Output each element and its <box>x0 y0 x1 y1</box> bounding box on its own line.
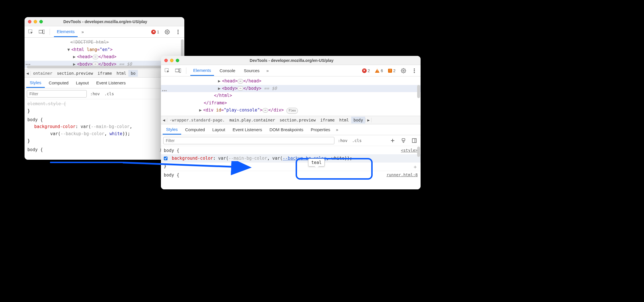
device-toolbar-icon[interactable] <box>38 28 46 36</box>
svg-point-3 <box>167 31 168 33</box>
dom-head[interactable]: ▶<head>⋯</head> <box>25 53 184 61</box>
minimize-window-button[interactable] <box>34 20 37 23</box>
crumb-iframe[interactable]: iframe <box>95 70 114 77</box>
error-badge[interactable]: ✕ 1 <box>151 30 159 34</box>
styles-v-scrollbar[interactable] <box>417 147 420 157</box>
source-link[interactable]: runner.html:8 <box>386 172 418 178</box>
crumb-html[interactable]: html <box>337 117 351 123</box>
ellipsis-icon[interactable]: ⋯ <box>263 108 268 113</box>
subtabs-overflow[interactable]: » <box>336 127 338 132</box>
styles-filter-input[interactable] <box>163 137 334 144</box>
rule-close: } <box>164 163 418 170</box>
styles-pane[interactable]: element.style { } <st body { background-… <box>25 99 184 160</box>
inspect-element-icon[interactable] <box>27 28 35 36</box>
ellipsis-icon[interactable]: ⋯ <box>237 86 243 91</box>
rule-selector[interactable]: body { <box>164 147 418 154</box>
subtab-layout[interactable]: Layout <box>209 125 229 134</box>
breadcrumb-bar[interactable]: ◀ -wrapper.standard-page. main.play.cont… <box>161 116 421 124</box>
breadcrumb-bar[interactable]: ◀ ontainer section.preview iframe html b… <box>25 69 184 78</box>
add-property-icon[interactable]: ＋ <box>413 163 418 171</box>
crumb-nav-left-icon[interactable]: ◀ <box>25 71 31 76</box>
dom-iframe-close[interactable]: </iframe> <box>161 100 421 107</box>
crumb-section[interactable]: section.preview <box>54 70 95 77</box>
svg-point-6 <box>177 33 179 34</box>
new-rule-icon[interactable] <box>389 137 397 145</box>
warning-count: 6 <box>381 68 383 73</box>
property-toggle-checkbox[interactable] <box>164 157 167 160</box>
gear-icon[interactable] <box>399 67 407 75</box>
crumb-nav-left-icon[interactable]: ◀ <box>161 118 167 122</box>
error-badge[interactable]: ✕2 <box>362 68 370 73</box>
crumb-section[interactable]: section.preview <box>277 117 318 123</box>
titlebar[interactable]: DevTools - developer.mozilla.org/en-US/p… <box>161 56 421 65</box>
dom-tree[interactable]: ▶<head>⋯</head> ▶<body>⋯</body> == $0 </… <box>161 76 421 116</box>
crumb-iframe[interactable]: iframe <box>318 117 337 123</box>
property-line[interactable]: background-color: var(--main-bg-color, <box>27 123 181 130</box>
gear-icon[interactable] <box>163 28 171 36</box>
zoom-window-button[interactable] <box>176 59 179 62</box>
subtab-properties[interactable]: Properties <box>307 125 334 134</box>
info-badge[interactable]: !2 <box>388 68 395 73</box>
zoom-window-button[interactable] <box>39 20 43 23</box>
crumb-body[interactable]: bo <box>128 70 138 77</box>
subtab-event-listeners[interactable]: Event Listeners <box>229 125 265 134</box>
traffic-lights[interactable] <box>28 20 43 23</box>
tab-console[interactable]: Console <box>217 66 238 75</box>
cls-toggle[interactable]: .cls <box>351 138 363 143</box>
tab-elements[interactable]: Elements <box>190 66 214 76</box>
subtab-computed[interactable]: Computed <box>182 125 208 134</box>
warning-badge[interactable]: 6 <box>375 68 383 73</box>
property-line-2[interactable]: var(--backup-bg-color, white)); <box>27 130 181 137</box>
titlebar[interactable]: DevTools - developer.mozilla.org/en-US/p… <box>25 17 184 26</box>
crumb-partial[interactable]: ontainer <box>31 70 54 77</box>
crumb-html[interactable]: html <box>114 70 128 77</box>
tab-elements[interactable]: Elements <box>54 27 78 37</box>
styles-pane[interactable]: <style> body { background-color: var(--m… <box>161 146 421 189</box>
svg-rect-15 <box>402 139 405 141</box>
dom-html-close[interactable]: </html> <box>161 92 421 100</box>
traffic-lights[interactable] <box>164 59 179 62</box>
kebab-menu-icon[interactable] <box>174 28 182 36</box>
dom-head[interactable]: ▶<head>⋯</head> <box>161 78 421 85</box>
dom-tree[interactable]: <!DOCTYPE html> ▼<html lang="en"> ▶<head… <box>25 38 184 69</box>
rule-selector[interactable]: body { <box>27 116 181 123</box>
inspect-element-icon[interactable] <box>163 67 171 75</box>
crumb-wrapper[interactable]: -wrapper.standard-page. <box>167 117 227 123</box>
close-window-button[interactable] <box>28 20 31 23</box>
computed-sidebar-icon[interactable] <box>410 137 418 145</box>
subtab-dom-breakpoints[interactable]: DOM Breakpoints <box>266 125 307 134</box>
subtab-layout[interactable]: Layout <box>72 78 92 87</box>
crumb-main[interactable]: main.play.container <box>227 117 277 123</box>
device-toolbar-icon[interactable] <box>174 67 182 75</box>
subtab-computed[interactable]: Computed <box>45 78 72 87</box>
source-link[interactable]: <style> <box>401 147 418 154</box>
paintbrush-icon[interactable] <box>399 137 407 145</box>
property-name[interactable]: background-color <box>172 156 213 161</box>
rule-selector[interactable]: body { <box>164 172 418 179</box>
kebab-menu-icon[interactable] <box>410 67 418 75</box>
ellipsis-icon[interactable]: ⋯ <box>237 79 243 84</box>
cls-toggle[interactable]: .cls <box>103 91 115 97</box>
minimize-window-button[interactable] <box>170 59 173 62</box>
crumb-body[interactable]: body <box>351 117 366 123</box>
crumb-nav-right-icon[interactable]: ▶ <box>365 118 372 122</box>
close-window-button[interactable] <box>164 59 168 62</box>
dom-div-play-console[interactable]: ▶<div id="play-console">⋯</div> flex <box>161 107 421 114</box>
tabs-overflow[interactable]: » <box>80 29 85 34</box>
ellipsis-icon[interactable]: ⋯ <box>92 55 98 59</box>
rule-selector[interactable]: body { <box>27 146 181 153</box>
flex-badge[interactable]: flex <box>286 108 298 114</box>
subtab-styles[interactable]: Styles <box>26 78 45 88</box>
dom-v-scrollbar[interactable] <box>417 85 420 98</box>
var-inactive[interactable]: --main-bg-color <box>229 156 267 161</box>
subtab-styles[interactable]: Styles <box>163 125 181 135</box>
hov-toggle[interactable]: :hov <box>89 91 101 97</box>
dom-html-open[interactable]: ▼<html lang="en"> <box>25 46 184 54</box>
hov-toggle[interactable]: :hov <box>337 138 349 143</box>
subtab-event-listeners[interactable]: Event Listeners <box>93 78 129 87</box>
dom-body-selected[interactable]: ▶<body>⋯</body> == $0 <box>161 85 421 92</box>
styles-filter-input[interactable] <box>27 90 87 98</box>
tabs-overflow[interactable]: » <box>265 68 270 73</box>
dom-h-scrollbar[interactable] <box>27 66 176 68</box>
tab-sources[interactable]: Sources <box>241 66 263 75</box>
